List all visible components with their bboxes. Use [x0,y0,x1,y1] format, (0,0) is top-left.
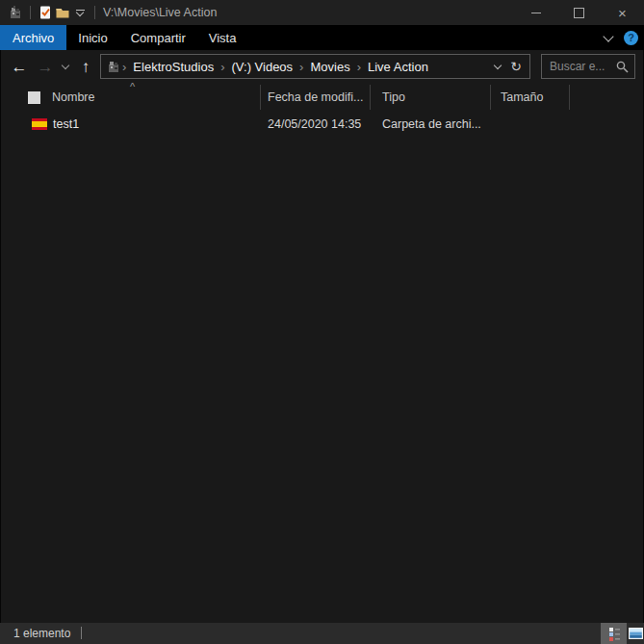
maximize-button[interactable] [557,0,601,25]
help-button[interactable]: ? [624,31,638,45]
address-dropdown-button[interactable] [495,65,501,68]
titlebar-divider [94,6,95,19]
search-icon[interactable] [616,61,629,73]
recent-locations-button[interactable] [58,50,73,83]
breadcrumb-live-action[interactable]: Live Action [361,60,435,74]
minimize-icon [531,13,541,13]
breadcrumb-v-videos[interactable]: (V:) Videos [225,60,300,74]
back-arrow-icon: ← [12,59,28,75]
file-name[interactable]: test1 [53,117,79,131]
chevron-down-bar-icon [73,10,87,15]
spain-flag-folder-icon [32,118,47,130]
table-row[interactable]: test1 24/05/2020 14:35 Carpeta de archi.… [0,112,644,137]
tab-archivo[interactable]: Archivo [0,25,66,50]
search-box [541,54,635,79]
window-title: V:\Movies\Live Action [103,6,217,19]
statusbar-divider [81,627,82,639]
tab-inicio[interactable]: Inicio [66,25,118,50]
column-header-tamano[interactable]: Tamaño [501,90,543,104]
thumbnail-view-icon [628,627,644,641]
location-icon [105,58,122,75]
forward-arrow-icon: → [38,59,54,75]
tab-vista[interactable]: Vista [197,25,248,50]
tab-compartir[interactable]: Compartir [119,25,197,50]
search-input[interactable] [542,60,614,73]
column-header-row: Nombre ^ Fecha de modifi... Tipo Tamaño [0,85,644,110]
maximize-icon [574,8,584,18]
titlebar-divider [30,6,31,19]
app-icon[interactable] [7,4,24,21]
column-header-nombre[interactable]: Nombre [52,90,94,104]
qat-new-folder-button[interactable] [54,4,71,21]
address-bar[interactable]: › ElektroStudios › (V:) Videos › Movies … [100,54,530,79]
thumbnail-view-button[interactable] [627,623,644,644]
expand-ribbon-button[interactable] [605,36,612,40]
column-header-fecha[interactable]: Fecha de modifi... [268,90,363,104]
back-button[interactable]: ← [8,50,31,83]
title-bar: V:\Movies\Live Action × [0,0,644,25]
qat-customize-dropdown[interactable] [71,4,89,21]
column-divider[interactable] [260,85,261,110]
up-arrow-icon: ↑ [82,59,90,75]
explorer-window: V:\Movies\Live Action × Archivo Inicio C… [0,0,644,644]
breadcrumb-movies[interactable]: Movies [303,60,356,74]
column-divider[interactable] [370,85,371,110]
column-divider[interactable] [490,85,491,110]
details-view-icon [606,626,622,642]
minimize-button[interactable] [514,0,557,25]
navigation-bar: ← → ↑ › ElektroStudios › (V:) [0,50,644,83]
chevron-down-icon [62,61,69,68]
up-button[interactable]: ↑ [75,50,96,83]
status-bar: 1 elemento [0,623,644,644]
select-all-checkbox[interactable] [28,91,40,104]
close-button[interactable]: × [601,0,644,25]
qat-properties-button[interactable] [37,4,54,21]
file-type: Carpeta de archi... [382,117,481,131]
ribbon-tab-strip: Archivo Inicio Compartir Vista ? [0,25,644,50]
chevron-down-icon [494,61,502,68]
column-header-tipo[interactable]: Tipo [382,90,405,104]
close-icon: × [618,6,627,20]
sort-ascending-icon[interactable]: ^ [130,81,135,92]
refresh-button[interactable]: ↻ [510,60,522,73]
details-view-button[interactable] [601,623,627,644]
column-divider[interactable] [569,85,570,110]
forward-button[interactable]: → [35,50,56,83]
file-modified-date: 24/05/2020 14:35 [268,117,361,131]
window-controls: × [514,0,644,25]
item-count: 1 elemento [13,627,70,640]
chevron-down-icon [603,31,613,41]
breadcrumb-elektrostudios[interactable]: ElektroStudios [126,60,220,74]
